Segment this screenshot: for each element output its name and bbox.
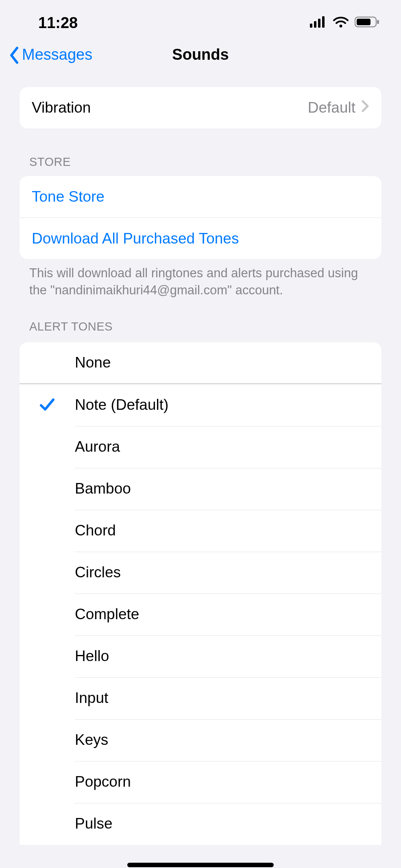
tone-row[interactable]: Keys — [20, 719, 381, 761]
tone-list: Note (Default)AuroraBambooChordCirclesCo… — [20, 384, 381, 845]
store-footer: This will download all ringtones and ale… — [29, 265, 372, 299]
navigation-bar: Messages Sounds — [0, 38, 401, 71]
chevron-left-icon — [8, 46, 20, 63]
tone-row[interactable]: Input — [20, 677, 381, 719]
tone-label: Aurora — [75, 438, 369, 455]
tone-row[interactable]: Circles — [20, 552, 381, 594]
tone-row[interactable]: Popcorn — [20, 761, 381, 803]
tone-row[interactable]: Pulse — [20, 803, 381, 845]
battery-icon — [355, 16, 380, 29]
tone-label: Bamboo — [75, 480, 369, 497]
svg-rect-3 — [322, 16, 325, 28]
alert-tones-group: None Note (Default)AuroraBambooChordCirc… — [20, 342, 381, 845]
svg-rect-1 — [314, 21, 316, 28]
store-group: Tone Store Download All Purchased Tones — [20, 176, 381, 259]
tone-row[interactable]: Hello — [20, 635, 381, 677]
status-bar: 11:28 — [0, 7, 401, 38]
vibration-group: Vibration Default — [20, 87, 381, 128]
chevron-right-icon — [361, 99, 369, 116]
svg-rect-0 — [310, 24, 312, 28]
tone-store-cell[interactable]: Tone Store — [20, 176, 381, 218]
status-time: 11:28 — [38, 14, 78, 32]
tone-row[interactable]: Note (Default) — [20, 384, 381, 426]
store-header: STORE — [29, 155, 372, 169]
tone-label: Circles — [75, 564, 369, 581]
status-icons — [310, 16, 380, 29]
tone-label: Input — [75, 690, 369, 707]
tone-label: Complete — [75, 606, 369, 623]
tone-label: Chord — [75, 522, 369, 539]
tone-label: Popcorn — [75, 773, 369, 790]
alert-tones-header: ALERT TONES — [29, 320, 372, 333]
tone-row[interactable]: Complete — [20, 594, 381, 635]
svg-rect-7 — [377, 20, 379, 24]
download-all-cell[interactable]: Download All Purchased Tones — [20, 218, 381, 259]
tone-label: Note (Default) — [75, 396, 369, 413]
cellular-icon — [310, 16, 327, 29]
wifi-icon — [333, 16, 349, 29]
tone-row[interactable]: Bamboo — [20, 468, 381, 510]
back-button[interactable]: Messages — [8, 46, 92, 63]
vibration-value: Default — [308, 99, 355, 116]
svg-rect-2 — [318, 19, 320, 28]
svg-point-4 — [340, 25, 342, 28]
tone-row-none[interactable]: None — [20, 342, 381, 384]
tone-none-label: None — [20, 354, 369, 371]
home-indicator — [127, 863, 274, 867]
tone-label: Hello — [75, 648, 369, 665]
tone-label: Keys — [75, 731, 369, 748]
back-label: Messages — [22, 46, 92, 63]
checkmark-icon — [20, 397, 75, 413]
svg-rect-6 — [357, 19, 370, 25]
download-all-label: Download All Purchased Tones — [32, 230, 369, 247]
vibration-cell[interactable]: Vibration Default — [20, 87, 381, 128]
tone-label: Pulse — [75, 815, 369, 832]
vibration-label: Vibration — [32, 99, 308, 116]
tone-store-label: Tone Store — [32, 188, 369, 205]
tone-row[interactable]: Aurora — [20, 426, 381, 468]
tone-row[interactable]: Chord — [20, 510, 381, 552]
